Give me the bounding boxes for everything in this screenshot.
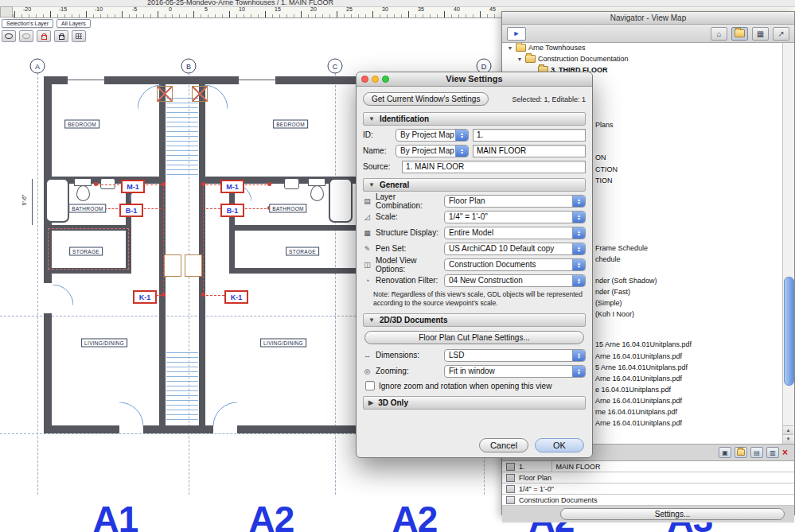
room-label[interactable]: LIVING/DINING (81, 339, 127, 348)
zooming-dropdown[interactable]: Fit in window ▲▼ (444, 365, 586, 378)
dialog-title-bar[interactable]: View Settings (357, 72, 592, 87)
window (68, 76, 104, 84)
name-label: Name: (363, 146, 392, 155)
settings-button[interactable]: Settings... (560, 508, 785, 520)
element-marker[interactable]: B-1 (119, 204, 143, 217)
lock-layer-button[interactable] (37, 30, 51, 42)
dimensions-dropdown[interactable]: LSD ▲▼ (444, 349, 586, 362)
unlock-layer-button[interactable] (54, 30, 68, 42)
tree-item[interactable]: (Koh I Noor) (595, 310, 634, 318)
ruler-number: -15 (59, 6, 67, 12)
ruler-number: 35 (418, 6, 424, 12)
get-current-settings-button[interactable]: Get Current Window's Settings (363, 92, 489, 106)
tree-item[interactable]: Arne 16.04.01Unitplans.pdf (595, 375, 682, 382)
id-input[interactable] (473, 129, 586, 142)
sheet-title[interactable]: A1 (93, 501, 138, 532)
pen-set-dropdown[interactable]: US ArchiCAD 10 Default copy ▲▼ (444, 243, 586, 255)
dimensions-icon: ↔ (363, 351, 372, 359)
zoom-icon[interactable] (382, 76, 389, 83)
all-layers-combo[interactable]: All Layers (57, 19, 91, 28)
project-map-icon[interactable]: ⌂ (711, 27, 727, 41)
section-general[interactable]: ▼ General (363, 178, 586, 192)
marker-dot (94, 206, 98, 210)
renovation-filter-dropdown[interactable]: 04 New Construction ▲▼ (444, 274, 586, 287)
room-label[interactable]: LIVING/DINING (260, 339, 306, 348)
tree-item[interactable]: ▼ Construction Documentation (516, 55, 629, 63)
delete-icon[interactable]: × (782, 448, 788, 457)
room-label[interactable]: BEDROOM (64, 120, 99, 129)
close-icon[interactable] (361, 76, 368, 83)
tree-item[interactable]: 15 Arne 16.04.01Unitplans.pdf (595, 340, 692, 348)
grid-bubble[interactable]: C (328, 59, 343, 74)
tree-item[interactable]: chedule (595, 255, 621, 263)
panel-list-icon[interactable]: ▤ (750, 447, 763, 458)
element-marker[interactable]: K-1 (133, 290, 157, 304)
tree-scrollbar[interactable]: ▲ ▼ (782, 43, 794, 444)
grid-bubble[interactable]: A (30, 59, 45, 74)
name-mode-dropdown[interactable]: By Project Map ▲▼ (396, 145, 469, 157)
grid-bubble[interactable]: B (181, 59, 197, 74)
view-map-icon[interactable] (731, 27, 748, 41)
sheet-title[interactable]: A2 (392, 501, 438, 532)
tree-item[interactable]: Frame Schedule (595, 244, 648, 252)
id-mode-dropdown[interactable]: By Project Map ▲▼ (396, 129, 469, 142)
marker-line (203, 184, 204, 294)
section-identification[interactable]: ▼ Identification (363, 112, 586, 126)
door-arc (53, 285, 73, 305)
ruler-origin-icon[interactable] (0, 6, 13, 17)
layer-settings-button[interactable] (72, 30, 86, 42)
selection-layer-combo[interactable]: Selection's Layer (2, 19, 53, 28)
scrollbar-thumb[interactable] (784, 277, 794, 386)
door-arc (119, 402, 143, 426)
model-view-options-dropdown[interactable]: Construction Documents ▲▼ (444, 258, 586, 271)
section-2d3d-documents[interactable]: ▼ 2D/3D Documents (363, 313, 586, 327)
scale-icon: ◿ (363, 213, 372, 221)
tree-item[interactable]: TION (595, 177, 613, 184)
stair-run (166, 94, 198, 177)
tree-item[interactable]: nder (Fast) (595, 288, 630, 296)
tree-item[interactable]: ▼ Arne Townhouses (507, 44, 585, 52)
tree-item[interactable]: rne 16.04.01Unitplans.pdf (595, 408, 677, 416)
panel-grid-icon[interactable]: ▥ (766, 447, 779, 458)
tree-item[interactable]: Arne 16.04.01Unitplans.pdf (595, 419, 682, 427)
minimize-icon[interactable] (372, 76, 379, 83)
disclosure-icon[interactable]: ▼ (507, 45, 513, 51)
structure-display-dropdown[interactable]: Entire Model ▲▼ (444, 227, 586, 239)
tree-item[interactable]: 5 Arne 16.04.01Unitplans.pdf (595, 363, 688, 371)
sheet-title[interactable]: A2 (249, 501, 294, 532)
ignore-zoom-checkbox[interactable] (365, 381, 375, 390)
tree-item[interactable]: Plans (595, 121, 614, 129)
cut-plane-settings-button[interactable]: Floor Plan Cut Plane Settings... (364, 331, 584, 344)
door-arc (236, 185, 251, 201)
publisher-icon[interactable]: ↗ (773, 27, 789, 41)
layer-combination-dropdown[interactable]: Floor Plan ▲▼ (444, 195, 586, 208)
room-label[interactable]: BEDROOM (273, 120, 308, 129)
scale-dropdown[interactable]: 1/4" = 1'-0" ▲▼ (444, 211, 586, 223)
room-label[interactable]: STORAGE (286, 247, 319, 256)
tree-item[interactable]: nder (Soft Shadow) (595, 277, 657, 285)
tree-item[interactable]: (Simple) (595, 299, 622, 307)
cancel-button[interactable]: Cancel (479, 438, 528, 452)
room-label[interactable]: BATHROOM (269, 204, 306, 213)
name-input[interactable] (473, 145, 586, 157)
panel-folder-icon[interactable] (735, 447, 747, 458)
scroll-down-icon[interactable]: ▼ (783, 434, 793, 444)
section-3d-only[interactable]: ▶ 3D Only (363, 396, 586, 410)
tree-item[interactable]: Arne 16.04.01Unitplans.pdf (595, 397, 682, 405)
source-label: Source: (363, 162, 398, 171)
ignore-zoom-row: Ignore zoom and rotation when opening th… (365, 380, 586, 391)
show-layer-button[interactable] (2, 30, 16, 42)
tree-item[interactable]: ON (595, 153, 606, 161)
tree-item[interactable]: CTION (595, 165, 618, 173)
tree-item[interactable]: Arne 16.04.01Unitplans.pdf (595, 352, 682, 360)
layout-book-icon[interactable]: ▦ (752, 27, 769, 41)
hide-layer-button[interactable] (19, 30, 33, 42)
ok-button[interactable]: OK (535, 438, 584, 452)
disclosure-icon[interactable]: ▼ (516, 56, 523, 62)
tree-item[interactable]: e 16.04.01Unitplans.pdf (595, 386, 671, 394)
ruler-number: -10 (95, 6, 103, 12)
element-marker[interactable]: K-1 (224, 290, 248, 304)
panel-save-icon[interactable]: ▣ (719, 447, 731, 458)
navigator-title[interactable]: Navigator - View Map (502, 12, 794, 25)
project-chooser-icon[interactable]: ► (507, 27, 526, 41)
